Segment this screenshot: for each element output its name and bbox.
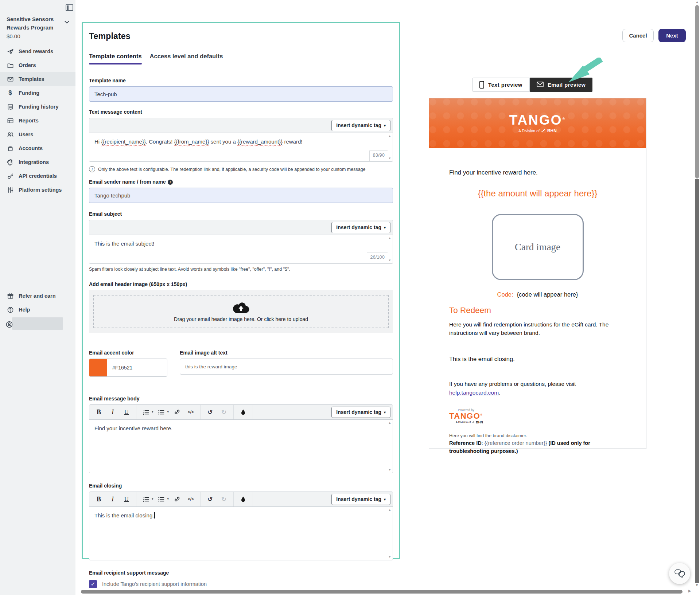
preview-reference-line: Reference ID: {{reference order number}}…: [449, 439, 626, 455]
email-message-body-input[interactable]: Find your incentive reward here. ▲▼: [89, 420, 393, 473]
email-sender-name-label: Email sender name / from namei: [89, 179, 393, 185]
caret-down-icon[interactable]: ▾: [167, 410, 169, 414]
template-name-input[interactable]: Tech-pub: [89, 86, 393, 102]
cancel-button[interactable]: Cancel: [622, 29, 654, 42]
horizontal-scrollbar-thumb[interactable]: [81, 590, 682, 594]
tango-division-line: A Division of BHN: [518, 128, 557, 133]
vertical-scrollbar-thumb[interactable]: [695, 5, 699, 179]
sidebar-item-refer-and-earn[interactable]: Refer and earn: [0, 289, 75, 303]
caret-down-icon[interactable]: ▾: [152, 497, 153, 501]
sidebar-item-label: Platform settings: [19, 187, 62, 193]
email-header-image-dropzone[interactable]: Drag your email header image here. Or cl…: [89, 290, 393, 333]
text-color-button[interactable]: [237, 493, 250, 505]
tab-access-level-and-defaults[interactable]: Access level and defaults: [150, 53, 223, 64]
text-color-button[interactable]: [237, 406, 250, 418]
textarea-scrollbar[interactable]: ▲▼: [388, 421, 392, 471]
email-subject-input[interactable]: This is the email subject! 26/100 ▲▼: [89, 235, 393, 263]
sidebar-item-integrations[interactable]: Integrations: [0, 155, 75, 169]
vertical-scrollbar-track[interactable]: [695, 179, 699, 583]
undo-button[interactable]: ↺: [203, 493, 217, 505]
sidebar-item-funding-history[interactable]: Funding history: [0, 100, 75, 114]
email-accent-color-label: Email accent color: [89, 350, 167, 356]
textarea-scrollbar[interactable]: ▲▼: [388, 236, 392, 262]
email-accent-color-picker[interactable]: #F16521: [89, 359, 167, 377]
scrollbar-down-arrow[interactable]: ▼: [695, 583, 699, 587]
email-closing-input[interactable]: This is the email closing. ▲▼: [89, 507, 393, 560]
ordered-list-button[interactable]: [139, 406, 152, 418]
dynamic-tag: {{reward_amount}}: [237, 138, 283, 145]
sidebar-item-help[interactable]: Help: [0, 303, 75, 317]
sidebar-item-send-rewards[interactable]: Send rewards: [0, 44, 75, 58]
caret-down-icon: ▾: [384, 410, 386, 414]
caret-down-icon[interactable]: ▾: [152, 410, 153, 414]
scrollbar-up-arrow[interactable]: ▲: [696, 0, 699, 4]
include-support-checkbox[interactable]: ✓: [89, 580, 97, 588]
text-message-input[interactable]: Hi {{recipient_name}}. Congrats! {{from_…: [89, 133, 393, 161]
bold-button[interactable]: B: [92, 493, 105, 505]
bullet-list-button[interactable]: [155, 493, 168, 505]
email-subject-helper: Spam filters look closely at subject lin…: [89, 267, 393, 272]
email-message-body-label: Email message body: [89, 396, 393, 402]
redo-button[interactable]: ↻: [217, 406, 230, 418]
redo-button[interactable]: ↻: [217, 493, 230, 505]
user-circle-icon: [5, 321, 13, 330]
puzzle-icon: [7, 158, 14, 166]
text-message-content-label: Text message content: [89, 109, 393, 115]
link-button[interactable]: [170, 493, 183, 505]
account-row[interactable]: [0, 319, 75, 333]
sidebar-item-users[interactable]: Users: [0, 128, 75, 141]
email-closing-toolbar: B I U ▾ ▾ </> ↺ ↻: [89, 492, 393, 507]
insert-dynamic-tag-button[interactable]: Insert dynamic tag ▾: [331, 120, 390, 131]
sidebar-item-label: Users: [19, 132, 33, 137]
help-link[interactable]: help.tangocard.com: [449, 390, 499, 396]
sliders-icon: [7, 186, 14, 193]
scroll-down-icon: ▼: [388, 468, 391, 471]
code-button[interactable]: </>: [184, 493, 197, 505]
sidebar-item-accounts[interactable]: Accounts: [0, 141, 75, 155]
sidebar-item-reports[interactable]: Reports: [0, 114, 75, 128]
cloud-upload-icon: [233, 301, 249, 313]
caret-down-icon[interactable]: ▾: [167, 497, 169, 501]
text-preview-button[interactable]: Text preview: [472, 78, 530, 92]
code-button[interactable]: </>: [184, 406, 197, 418]
insert-dynamic-tag-button[interactable]: Insert dynamic tag ▾: [331, 494, 390, 505]
sidebar-item-label: Orders: [19, 62, 36, 68]
ordered-list-button[interactable]: [139, 493, 152, 505]
email-subject-toolbar: Insert dynamic tag ▾: [89, 220, 393, 235]
underline-button[interactable]: U: [120, 406, 133, 418]
scrollbar-right-arrow[interactable]: ▶: [688, 589, 691, 593]
next-button[interactable]: Next: [658, 29, 686, 42]
sidebar-item-label: Templates: [19, 76, 44, 82]
email-subject-label: Email subject: [89, 211, 393, 217]
receipt-icon: [7, 103, 14, 110]
textarea-scrollbar[interactable]: ▲▼: [388, 508, 392, 559]
sidebar-item-label: API credentials: [19, 173, 57, 179]
link-button[interactable]: [170, 406, 183, 418]
gift-icon: [7, 292, 14, 300]
include-support-checkbox-label: Include Tango's recipient support inform…: [102, 581, 207, 587]
program-switcher[interactable]: Sensitive Sensors Rewards Program $0.00: [7, 15, 69, 41]
sidebar-item-orders[interactable]: Orders: [0, 58, 75, 72]
italic-button[interactable]: I: [106, 406, 119, 418]
email-sender-name-input[interactable]: Tango techpub: [89, 188, 393, 203]
info-filled-icon[interactable]: i: [168, 180, 173, 185]
sidebar-item-platform-settings[interactable]: Platform settings: [0, 183, 75, 197]
sidebar-item-templates[interactable]: Templates: [0, 72, 75, 86]
chat-launcher-button[interactable]: [669, 563, 690, 584]
textarea-scrollbar[interactable]: ▲▼: [388, 134, 392, 160]
bold-button[interactable]: B: [92, 406, 105, 418]
undo-button[interactable]: ↺: [203, 406, 217, 418]
insert-dynamic-tag-button[interactable]: Insert dynamic tag ▾: [331, 407, 390, 418]
char-counter: 83/90: [369, 150, 388, 161]
sidebar-collapse-icon[interactable]: [66, 4, 73, 11]
sidebar-item-label: Funding history: [19, 104, 59, 110]
sidebar-item-api-credentials[interactable]: API credentials: [0, 169, 75, 183]
sidebar-item-label: Send rewards: [19, 48, 53, 54]
underline-button[interactable]: U: [120, 493, 133, 505]
sidebar-item-funding[interactable]: $ Funding: [0, 86, 75, 100]
tab-template-contents[interactable]: Template contents: [89, 53, 142, 64]
email-image-alt-text-input[interactable]: this is the reward image: [180, 359, 393, 375]
italic-button[interactable]: I: [106, 493, 119, 505]
insert-dynamic-tag-button[interactable]: Insert dynamic tag ▾: [331, 222, 390, 233]
bullet-list-button[interactable]: [155, 406, 168, 418]
